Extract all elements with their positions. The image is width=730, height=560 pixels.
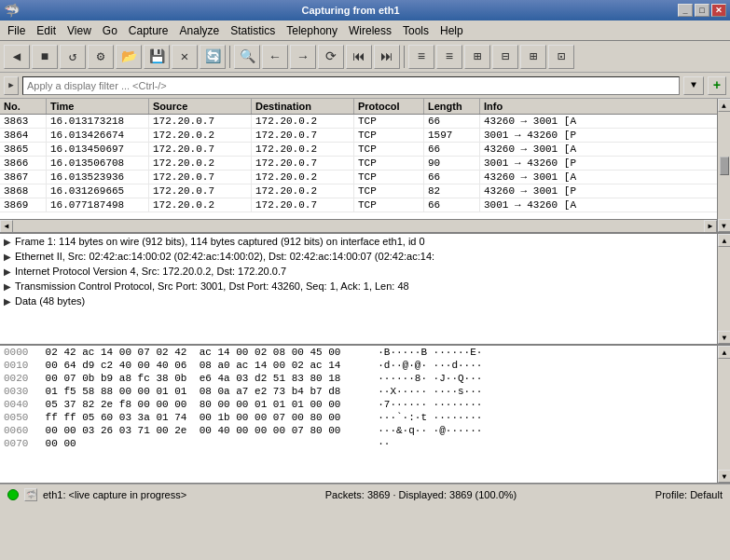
view1-button[interactable]: ⊞ — [464, 45, 490, 69]
menu-item-tools[interactable]: Tools — [397, 22, 434, 39]
save-button[interactable]: 💾 — [144, 45, 170, 69]
view3-button[interactable]: ⊞ — [520, 45, 546, 69]
hex-offset: 0070 — [4, 438, 39, 449]
tree-expand-icon[interactable]: ▶ — [4, 266, 11, 277]
packet-cell-3: 172.20.0.2 — [252, 184, 354, 198]
packet-cell-2: 172.20.0.7 — [149, 184, 252, 198]
list-item: 0070 00 00 ·· — [0, 437, 730, 450]
packet-vscrollbar[interactable]: ▲ ▼ — [717, 99, 730, 232]
list-item[interactable]: ▶Frame 1: 114 bytes on wire (912 bits), … — [0, 234, 730, 249]
col-protocol[interactable]: Protocol — [354, 99, 424, 114]
col-no[interactable]: No. — [0, 99, 47, 114]
packet-cell-1: 16.077187498 — [47, 198, 149, 212]
options-button[interactable]: ⚙ — [88, 45, 114, 69]
col-length[interactable]: Length — [424, 99, 480, 114]
tree-expand-icon[interactable]: ▶ — [4, 237, 11, 247]
hex-offset: 0020 — [4, 373, 39, 384]
hex-bytes: 02 42 ac 14 00 07 02 42 ac 14 00 02 08 0… — [39, 347, 365, 358]
close-button[interactable]: ✕ — [711, 4, 726, 17]
menu-item-capture[interactable]: Capture — [123, 22, 174, 39]
table-row[interactable]: 386816.031269665172.20.0.7172.20.0.2TCP8… — [0, 184, 730, 198]
menu-item-help[interactable]: Help — [434, 22, 469, 39]
jump-button[interactable]: ⟳ — [318, 45, 344, 69]
list-item[interactable]: ▶Ethernet II, Src: 02:42:ac:14:00:02 (02… — [0, 249, 730, 264]
tree-expand-icon[interactable]: ▶ — [4, 281, 11, 292]
view2-button[interactable]: ⊟ — [492, 45, 518, 69]
scroll-up[interactable]: ▲ — [718, 99, 731, 112]
menu-item-edit[interactable]: Edit — [31, 22, 62, 39]
resize-button[interactable]: ⊡ — [548, 45, 574, 69]
find-button[interactable]: 🔍 — [234, 45, 260, 69]
colorize2-button[interactable]: ≡ — [436, 45, 462, 69]
filter-add-button[interactable]: + — [708, 76, 726, 95]
menu-item-telephony[interactable]: Telephony — [281, 22, 343, 39]
last-button[interactable]: ⏭ — [374, 45, 400, 69]
col-time[interactable]: Time — [47, 99, 149, 114]
packet-rows: 386316.013173218172.20.0.7172.20.0.2TCP6… — [0, 115, 730, 212]
minimize-button[interactable]: _ — [678, 4, 693, 17]
table-row[interactable]: 386716.013523936172.20.0.7172.20.0.2TCP6… — [0, 171, 730, 184]
menu-item-file[interactable]: File — [2, 22, 31, 39]
packet-cell-5: 82 — [424, 184, 480, 198]
hscroll-right[interactable]: ▶ — [704, 220, 717, 233]
col-source[interactable]: Source — [149, 99, 252, 114]
tree-scroll-up[interactable]: ▲ — [718, 234, 730, 247]
reload-button[interactable]: 🔄 — [200, 45, 226, 69]
hex-bytes: 05 37 82 2e f8 00 00 00 80 00 00 01 01 0… — [39, 399, 365, 410]
packet-cell-1: 16.031269665 — [47, 184, 149, 198]
table-row[interactable]: 386916.077187498172.20.0.2172.20.0.7TCP6… — [0, 198, 730, 212]
restart-button[interactable]: ↺ — [60, 45, 86, 69]
menu-item-statistics[interactable]: Statistics — [225, 22, 281, 39]
packet-cell-4: TCP — [354, 129, 424, 142]
filter-dropdown[interactable]: ▼ — [683, 76, 704, 95]
list-item[interactable]: ▶Data (48 bytes) — [0, 294, 730, 308]
open-button[interactable]: 📂 — [116, 45, 142, 69]
tree-expand-icon[interactable]: ▶ — [4, 252, 11, 262]
stop-button[interactable]: ■ — [32, 45, 58, 69]
first-button[interactable]: ⏮ — [346, 45, 372, 69]
hex-scroll-down[interactable]: ▼ — [718, 470, 730, 483]
menu-item-analyze[interactable]: Analyze — [174, 22, 226, 39]
hex-scroll-up[interactable]: ▲ — [718, 346, 730, 359]
packet-cell-0: 3865 — [0, 143, 47, 156]
colorize1-button[interactable]: ≡ — [408, 45, 434, 69]
packet-cell-0: 3863 — [0, 115, 47, 128]
table-row[interactable]: 386616.013506708172.20.0.2172.20.0.7TCP9… — [0, 157, 730, 171]
hscroll-left[interactable]: ◀ — [0, 220, 13, 233]
table-row[interactable]: 386416.013426674172.20.0.2172.20.0.7TCP1… — [0, 129, 730, 143]
tree-scroll-down[interactable]: ▼ — [718, 331, 730, 344]
list-item[interactable]: ▶Transmission Control Protocol, Src Port… — [0, 279, 730, 294]
table-row[interactable]: 386516.013450697172.20.0.7172.20.0.2TCP6… — [0, 143, 730, 157]
tree-vscrollbar[interactable]: ▲ ▼ — [717, 234, 730, 344]
packet-cell-3: 172.20.0.2 — [252, 171, 354, 184]
hex-bytes: 00 00 — [39, 438, 365, 449]
filter-input[interactable] — [22, 76, 680, 95]
list-item[interactable]: ▶Internet Protocol Version 4, Src: 172.2… — [0, 264, 730, 279]
back-button[interactable]: ◀ — [4, 45, 30, 69]
scroll-down[interactable]: ▼ — [718, 219, 731, 232]
tree-items: ▶Frame 1: 114 bytes on wire (912 bits), … — [0, 234, 730, 308]
maximize-button[interactable]: □ — [695, 4, 709, 17]
status-left: 🦈 eth1: <live capture in progress> — [7, 488, 186, 501]
tree-expand-icon[interactable]: ▶ — [4, 296, 11, 307]
filter-label-button[interactable]: ▶ — [4, 76, 19, 95]
packet-cell-2: 172.20.0.7 — [149, 115, 252, 128]
menu-item-wireless[interactable]: Wireless — [343, 22, 397, 39]
close-button[interactable]: ✕ — [172, 45, 198, 69]
prev-button[interactable]: ← — [262, 45, 288, 69]
col-info[interactable]: Info — [480, 99, 730, 114]
next-button[interactable]: → — [290, 45, 316, 69]
packet-cell-2: 172.20.0.7 — [149, 143, 252, 156]
packet-cell-0: 3864 — [0, 129, 47, 142]
hex-vscrollbar[interactable]: ▲ ▼ — [717, 346, 730, 483]
packet-hscroll[interactable]: ◀ ▶ — [0, 219, 717, 232]
menu-item-view[interactable]: View — [62, 22, 97, 39]
packet-cell-0: 3867 — [0, 171, 47, 184]
table-row[interactable]: 386316.013173218172.20.0.7172.20.0.2TCP6… — [0, 115, 730, 129]
menu-item-go[interactable]: Go — [97, 22, 123, 39]
col-dest[interactable]: Destination — [252, 99, 354, 114]
packet-cell-2: 172.20.0.7 — [149, 171, 252, 184]
packet-cell-0: 3868 — [0, 184, 47, 198]
status-capture-icon[interactable]: 🦈 — [24, 488, 37, 501]
packet-cell-6: 43260 → 3001 [A — [480, 115, 730, 128]
